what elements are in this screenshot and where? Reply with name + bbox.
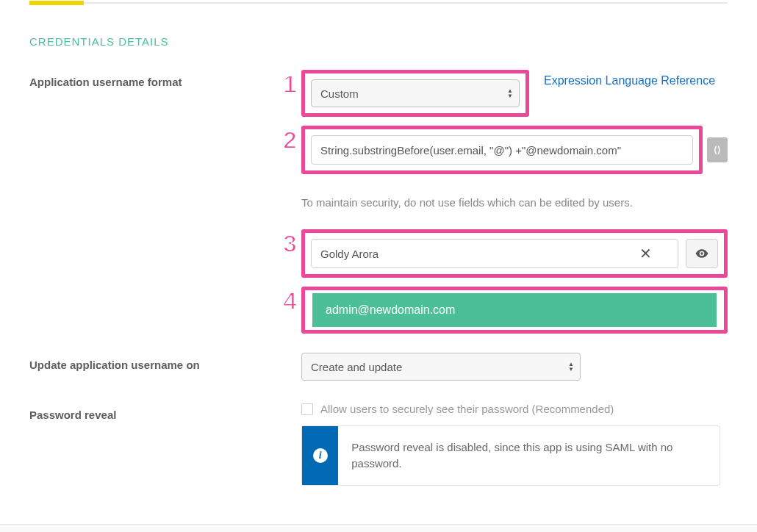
highlight-box-3: ✕ bbox=[301, 229, 728, 278]
username-format-label: Application username format bbox=[29, 70, 250, 88]
annotation-3: 3 bbox=[283, 231, 297, 256]
footer-bar: Save bbox=[0, 525, 757, 533]
password-reveal-checkbox[interactable] bbox=[301, 403, 313, 415]
expression-helper-icon[interactable]: ⟨⟩ bbox=[707, 137, 728, 162]
section-title: CREDENTIALS DETAILS bbox=[29, 35, 728, 48]
highlight-box-2 bbox=[301, 126, 703, 174]
expression-input[interactable] bbox=[311, 135, 693, 165]
clear-test-user-button[interactable]: ✕ bbox=[637, 245, 653, 262]
close-icon: ✕ bbox=[639, 245, 652, 262]
update-on-select[interactable]: Create and update ▲▼ bbox=[301, 353, 581, 381]
preview-result: admin@newdomain.com bbox=[312, 293, 717, 327]
password-reveal-label: Password reveal bbox=[29, 403, 250, 421]
highlight-box-4: admin@newdomain.com bbox=[301, 287, 728, 334]
update-on-value: Create and update bbox=[311, 361, 402, 373]
username-format-value: Custom bbox=[320, 87, 359, 100]
inactive-segment bbox=[84, 2, 728, 4]
info-callout: i Password reveal is disabled, since thi… bbox=[301, 425, 720, 486]
info-text: Password reveal is disabled, since this … bbox=[338, 426, 720, 485]
select-stepper-icon: ▲▼ bbox=[507, 88, 513, 98]
test-user-input[interactable] bbox=[311, 239, 678, 268]
username-format-select[interactable]: Custom ▲▼ bbox=[311, 79, 520, 107]
progress-indicator bbox=[29, 0, 728, 6]
security-hint: To maintain security, do not use fields … bbox=[301, 196, 728, 209]
update-on-label: Update application username on bbox=[29, 353, 250, 371]
annotation-4: 4 bbox=[283, 288, 297, 313]
info-icon: i bbox=[302, 426, 338, 485]
annotation-2: 2 bbox=[283, 127, 297, 152]
password-reveal-checkbox-label: Allow users to securely see their passwo… bbox=[320, 403, 614, 415]
active-segment bbox=[29, 1, 84, 5]
eye-icon bbox=[695, 246, 709, 261]
preview-button[interactable] bbox=[686, 239, 718, 268]
annotation-1: 1 bbox=[283, 71, 297, 96]
highlight-box-1: Custom ▲▼ bbox=[301, 70, 529, 117]
expression-language-reference-link[interactable]: Expression Language Reference bbox=[544, 70, 715, 87]
select-stepper-icon: ▲▼ bbox=[568, 362, 574, 372]
